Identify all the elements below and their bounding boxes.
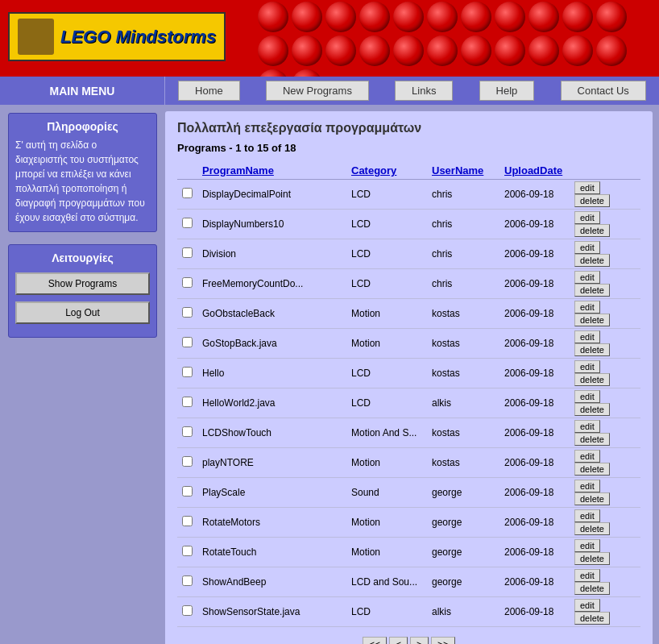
row-category: LCD [346, 359, 427, 388]
row-checkbox-cell [177, 388, 197, 418]
edit-button-4[interactable]: edit [574, 301, 600, 314]
delete-button-3[interactable]: delete [574, 284, 610, 297]
edit-button-11[interactable]: edit [574, 509, 600, 522]
row-username: george [427, 567, 499, 597]
row-checkbox-5[interactable] [182, 337, 193, 347]
delete-button-8[interactable]: delete [574, 433, 610, 446]
row-date: 2006-09-18 [499, 538, 568, 567]
edit-button-13[interactable]: edit [574, 569, 600, 582]
edit-button-6[interactable]: edit [574, 360, 600, 373]
row-program-name: RotateMotors [197, 508, 346, 538]
delete-button-2[interactable]: delete [574, 254, 610, 267]
col-header-upload-date[interactable]: UploadDate [499, 162, 568, 180]
nav-bar: MAIN MENU Home New Programs Links Help C… [0, 77, 659, 105]
edit-button-7[interactable]: edit [574, 390, 600, 403]
row-checkbox-6[interactable] [182, 367, 193, 377]
page-next-button[interactable]: > [410, 637, 429, 644]
row-program-name: FreeMemoryCountDo... [197, 269, 346, 299]
table-row: DisplayNumbers10 LCD chris 2006-09-18 ed… [177, 210, 640, 239]
row-checkbox-cell [177, 329, 197, 359]
page-first-button[interactable]: << [363, 637, 387, 644]
row-checkbox-14[interactable] [182, 605, 193, 616]
sidebar-actions-box: Λειτουργίες Show Programs Log Out [8, 244, 157, 338]
row-checkbox-12[interactable] [182, 546, 193, 556]
show-programs-button[interactable]: Show Programs [15, 272, 150, 295]
col-header-actions [568, 162, 640, 180]
delete-button-4[interactable]: delete [574, 314, 610, 326]
col-header-program-name[interactable]: ProgramName [197, 162, 346, 180]
row-date: 2006-09-18 [499, 210, 568, 239]
row-checkbox-11[interactable] [182, 516, 193, 526]
row-checkbox-cell [177, 418, 197, 448]
row-date: 2006-09-18 [499, 448, 568, 478]
delete-button-5[interactable]: delete [574, 343, 610, 356]
results-info: Programs - 1 to 15 of 18 [177, 142, 640, 154]
row-date: 2006-09-18 [499, 359, 568, 388]
row-actions: edit delete [568, 448, 640, 478]
row-username: george [427, 508, 499, 538]
nav-new-programs[interactable]: New Programs [266, 81, 369, 101]
logo-text: LEGO Mindstorms [60, 27, 216, 48]
row-checkbox-cell [177, 359, 197, 388]
delete-button-10[interactable]: delete [574, 492, 610, 505]
row-username: chris [427, 210, 499, 239]
row-program-name: playNTORE [197, 448, 346, 478]
edit-button-0[interactable]: edit [574, 181, 600, 194]
edit-button-14[interactable]: edit [574, 599, 600, 612]
edit-button-10[interactable]: edit [574, 480, 600, 492]
content-area: Πολλαπλή επεξεργασία προγραμμάτων Progra… [165, 111, 653, 644]
page-prev-button[interactable]: < [389, 637, 408, 644]
programs-table: ProgramName Category UserName UploadDate… [177, 162, 640, 627]
edit-button-1[interactable]: edit [574, 211, 600, 224]
row-checkbox-8[interactable] [182, 426, 193, 437]
edit-button-8[interactable]: edit [574, 420, 600, 433]
edit-button-12[interactable]: edit [574, 539, 600, 552]
sidebar-actions-title: Λειτουργίες [15, 251, 150, 264]
row-checkbox-cell [177, 269, 197, 299]
row-checkbox-4[interactable] [182, 307, 193, 318]
row-date: 2006-09-18 [499, 478, 568, 508]
row-checkbox-cell [177, 508, 197, 538]
edit-button-9[interactable]: edit [574, 450, 600, 463]
table-row: RotateMotors Motion george 2006-09-18 ed… [177, 508, 640, 538]
row-actions: edit delete [568, 239, 640, 269]
delete-button-6[interactable]: delete [574, 373, 610, 386]
row-checkbox-10[interactable] [182, 486, 193, 497]
edit-button-5[interactable]: edit [574, 330, 600, 343]
row-checkbox-9[interactable] [182, 456, 193, 467]
row-checkbox-2[interactable] [182, 247, 193, 258]
delete-button-9[interactable]: delete [574, 463, 610, 476]
logout-button[interactable]: Log Out [15, 301, 150, 324]
delete-button-0[interactable]: delete [574, 194, 610, 207]
row-username: alkis [427, 597, 499, 627]
row-checkbox-13[interactable] [182, 575, 193, 586]
col-header-username[interactable]: UserName [427, 162, 499, 180]
delete-button-11[interactable]: delete [574, 522, 610, 535]
edit-button-3[interactable]: edit [574, 271, 600, 284]
delete-button-1[interactable]: delete [574, 224, 610, 237]
row-checkbox-cell [177, 448, 197, 478]
edit-button-2[interactable]: edit [574, 241, 600, 254]
delete-button-13[interactable]: delete [574, 582, 610, 595]
row-checkbox-3[interactable] [182, 277, 193, 288]
row-checkbox-0[interactable] [182, 188, 193, 198]
nav-help[interactable]: Help [479, 81, 535, 101]
row-category: LCD [346, 597, 427, 627]
col-header-category[interactable]: Category [346, 162, 427, 180]
nav-links-link[interactable]: Links [395, 81, 453, 101]
nav-contact-us[interactable]: Contact Us [561, 81, 646, 101]
row-checkbox-cell [177, 478, 197, 508]
row-actions: edit delete [568, 388, 640, 418]
row-actions: edit delete [568, 418, 640, 448]
delete-button-7[interactable]: delete [574, 403, 610, 416]
delete-button-12[interactable]: delete [574, 552, 610, 565]
row-actions: edit delete [568, 180, 640, 210]
row-username: kostas [427, 359, 499, 388]
row-checkbox-7[interactable] [182, 397, 193, 407]
delete-button-14[interactable]: delete [574, 612, 610, 625]
row-checkbox-1[interactable] [182, 218, 193, 228]
page-last-button[interactable]: >> [431, 637, 455, 644]
sidebar-info-text: Σ' αυτή τη σελίδα ο διαχειριστής του συσ… [15, 138, 150, 225]
row-category: LCD [346, 239, 427, 269]
nav-home[interactable]: Home [178, 81, 240, 101]
